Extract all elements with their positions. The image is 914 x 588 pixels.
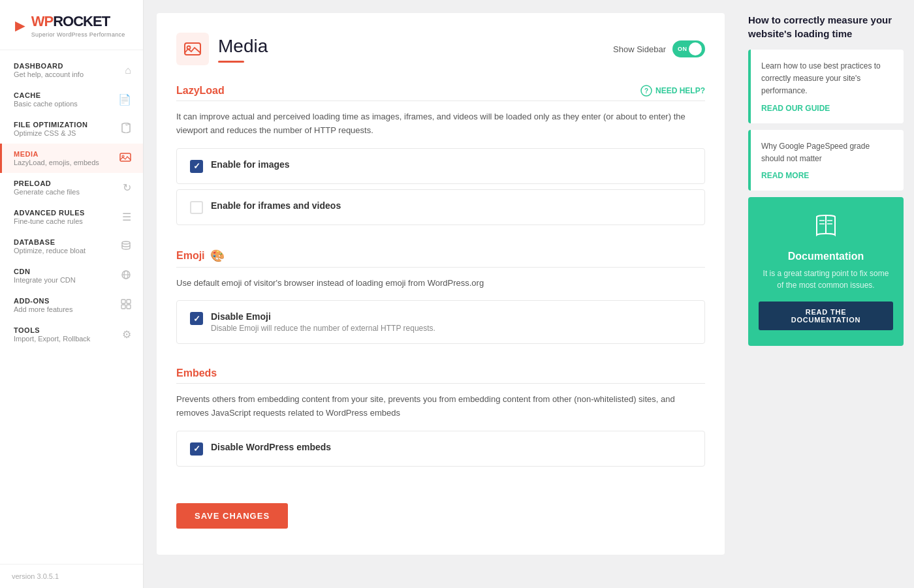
database-icon — [121, 240, 131, 253]
sidebar: ► WP ROCKET Superior WordPress Performan… — [0, 0, 144, 588]
enable-images-label: Enable for images — [211, 159, 290, 170]
logo: ► WP ROCKET Superior WordPress Performan… — [12, 13, 131, 38]
doc-card-desc: It is a great starting point to fix some… — [759, 268, 893, 291]
sidebar-item-dashboard[interactable]: DASHBOARD Get help, account info ⌂ — [0, 55, 143, 85]
lazyload-divider — [176, 101, 705, 101]
emoji-title: Emoji 🎨 — [176, 249, 225, 263]
svg-point-4 — [122, 241, 130, 244]
logo-tagline: Superior WordPress Performance — [31, 31, 125, 38]
svg-marker-1 — [126, 123, 130, 125]
disable-emoji-sublabel: Disable Emoji will reduce the number of … — [211, 324, 435, 333]
nav-title-file-opt: FILE OPTIMIZATION — [14, 121, 87, 129]
content-card: Media Show Sidebar ON LazyLoad — [157, 13, 725, 555]
svg-rect-9 — [127, 300, 131, 303]
logo-wp: WP — [31, 13, 53, 30]
nav-title-tools: TOOLS — [14, 326, 90, 334]
read-guide-link[interactable]: READ OUR GUIDE — [761, 104, 830, 113]
nav-sub-cdn: Integrate your CDN — [14, 276, 76, 284]
main-content: Media Show Sidebar ON LazyLoad — [144, 0, 738, 588]
nav-title-media: MEDIA — [14, 150, 99, 158]
nav-title-preload: PRELOAD — [14, 179, 80, 187]
sidebar-item-file-optimization[interactable]: FILE OPTIMIZATION Optimize CSS & JS — [0, 114, 143, 144]
page-title-area: Media — [176, 33, 268, 65]
preload-icon: ↻ — [123, 181, 131, 194]
nav-sub-database: Optimize, reduce bloat — [14, 247, 86, 255]
enable-iframes-option: Enable for iframes and videos — [176, 189, 705, 225]
disable-emoji-checkbox[interactable] — [190, 312, 203, 325]
disable-embeds-label: Disable WordPress embeds — [211, 442, 331, 452]
disable-embeds-checkbox[interactable] — [190, 442, 203, 456]
toggle-slider: ON — [672, 40, 705, 57]
show-sidebar-area: Show Sidebar ON — [613, 40, 705, 57]
svg-rect-10 — [121, 305, 125, 309]
tools-icon: ⚙ — [122, 328, 131, 341]
sidebar-item-database[interactable]: DATABASE Optimize, reduce bloat — [0, 232, 143, 261]
nav-sub-addons: Add more features — [14, 305, 73, 313]
nav-sub-file-opt: Optimize CSS & JS — [14, 129, 87, 137]
embeds-header: Embeds — [176, 367, 705, 379]
sidebar-item-preload[interactable]: PRELOAD Generate cache files ↻ — [0, 173, 143, 202]
show-sidebar-label: Show Sidebar — [613, 44, 666, 54]
logo-area: ► WP ROCKET Superior WordPress Performan… — [0, 0, 143, 50]
logo-rocket: ROCKET — [53, 13, 110, 30]
help-icon: ? — [640, 85, 652, 97]
page-icon-box — [176, 33, 209, 65]
read-more-link[interactable]: READ MORE — [761, 171, 809, 180]
need-help-link[interactable]: ? NEED HELP? — [640, 85, 705, 97]
sidebar-item-tools[interactable]: TOOLS Import, Export, Rollback ⚙ — [0, 320, 143, 349]
svg-rect-11 — [127, 305, 131, 309]
page-header: Media Show Sidebar ON — [176, 33, 705, 65]
sidebar-item-cdn[interactable]: CDN Integrate your CDN — [0, 261, 143, 290]
emoji-section: Emoji 🎨 Use default emoji of visitor's b… — [176, 249, 705, 345]
cdn-icon — [121, 270, 131, 283]
logo-arrow-icon: ► — [12, 16, 29, 36]
svg-text:?: ? — [644, 87, 648, 95]
sidebar-item-cache[interactable]: CACHE Basic cache options 📄 — [0, 85, 143, 114]
save-changes-button[interactable]: SAVE CHANGES — [176, 503, 288, 529]
nav-title-cdn: CDN — [14, 268, 76, 275]
enable-iframes-label: Enable for iframes and videos — [211, 200, 341, 211]
main-nav: DASHBOARD Get help, account info ⌂ CACHE… — [0, 50, 143, 564]
nav-title-adv-rules: ADVANCED RULES — [14, 209, 85, 217]
emoji-desc: Use default emoji of visitor's browser i… — [176, 277, 705, 290]
show-sidebar-toggle[interactable]: ON — [672, 40, 705, 57]
read-documentation-button[interactable]: READ THE DOCUMENTATION — [759, 302, 893, 330]
sidebar-item-advanced-rules[interactable]: ADVANCED RULES Fine-tune cache rules ☰ — [0, 202, 143, 232]
emoji-divider — [176, 267, 705, 268]
svg-rect-8 — [121, 300, 125, 303]
nav-sub-dashboard: Get help, account info — [14, 70, 84, 78]
book-icon — [759, 213, 893, 244]
lazyload-desc: It can improve actual and perceived load… — [176, 110, 705, 138]
enable-iframes-checkbox[interactable] — [190, 201, 203, 214]
nav-title-database: DATABASE — [14, 238, 86, 246]
sidebar-item-media[interactable]: MEDIA LazyLoad, emojis, embeds — [0, 144, 143, 173]
info-card-1: Learn how to use best practices to corre… — [748, 50, 904, 123]
sidebar-item-add-ons[interactable]: ADD-ONS Add more features — [0, 290, 143, 320]
home-icon: ⌂ — [125, 65, 131, 76]
info-card-2-text: Why Google PageSpeed grade should not ma… — [761, 140, 893, 165]
nav-sub-cache: Basic cache options — [14, 100, 78, 108]
page-title: Media — [218, 36, 268, 57]
embeds-title: Embeds — [176, 367, 217, 379]
lazyload-header: LazyLoad ? NEED HELP? — [176, 85, 705, 97]
embeds-section: Embeds Prevents others from embedding co… — [176, 367, 705, 467]
media-icon — [119, 151, 131, 166]
right-sidebar-title: How to correctly measure your website's … — [748, 13, 904, 40]
nav-title-dashboard: DASHBOARD — [14, 62, 84, 70]
cache-icon: 📄 — [118, 93, 131, 106]
nav-sub-tools: Import, Export, Rollback — [14, 335, 90, 343]
disable-emoji-label: Disable Emoji — [211, 311, 435, 322]
enable-images-option: Enable for images — [176, 148, 705, 184]
emoji-decoration-icon: 🎨 — [210, 249, 225, 263]
disable-embeds-option: Disable WordPress embeds — [176, 431, 705, 467]
page-title-underline — [218, 61, 244, 63]
doc-card: Documentation It is a great starting poi… — [748, 197, 904, 346]
file-opt-icon — [121, 123, 131, 136]
lazyload-title: LazyLoad — [176, 85, 225, 97]
info-card-1-text: Learn how to use best practices to corre… — [761, 60, 893, 98]
toggle-on-label: ON — [678, 46, 687, 52]
right-sidebar: How to correctly measure your website's … — [738, 0, 914, 588]
advanced-rules-icon: ☰ — [122, 211, 131, 223]
nav-sub-preload: Generate cache files — [14, 188, 80, 196]
enable-images-checkbox[interactable] — [190, 160, 203, 173]
